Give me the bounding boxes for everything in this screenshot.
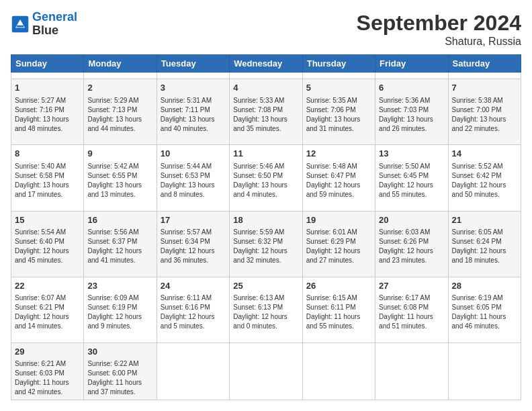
- table-cell-1: 1 Sunrise: 5:27 AMSunset: 7:16 PMDayligh…: [11, 79, 84, 145]
- day-number: 30: [87, 346, 152, 358]
- table-row: 29 Sunrise: 6:21 AMSunset: 6:03 PMDaylig…: [11, 342, 521, 400]
- col-saturday: Saturday: [448, 55, 521, 73]
- day-number: 1: [15, 82, 80, 94]
- table-cell-16: 16 Sunrise: 5:56 AMSunset: 6:37 PMDaylig…: [84, 211, 157, 277]
- day-number: 5: [306, 82, 371, 94]
- table-cell-24: 24 Sunrise: 6:11 AMSunset: 6:16 PMDaylig…: [157, 277, 229, 342]
- day-number: 3: [161, 82, 226, 94]
- day-number: 29: [15, 346, 80, 358]
- day-number: 9: [87, 148, 152, 160]
- header: GeneralBlue September 2024 Shatura, Russ…: [11, 11, 521, 48]
- day-number: 16: [87, 214, 152, 226]
- table-cell-4: 4 Sunrise: 5:33 AMSunset: 7:08 PMDayligh…: [230, 79, 302, 145]
- table-cell-15: 15 Sunrise: 5:54 AMSunset: 6:40 PMDaylig…: [11, 211, 84, 277]
- calendar-header-row: Sunday Monday Tuesday Wednesday Thursday…: [11, 55, 521, 73]
- table-cell-21: 21 Sunrise: 6:05 AMSunset: 6:24 PMDaylig…: [448, 211, 521, 277]
- table-cell-27: 27 Sunrise: 6:17 AMSunset: 6:08 PMDaylig…: [375, 277, 448, 342]
- table-cell-17: 17 Sunrise: 5:57 AMSunset: 6:34 PMDaylig…: [157, 211, 229, 277]
- day-number: 19: [306, 214, 371, 226]
- table-cell-18: 18 Sunrise: 5:59 AMSunset: 6:32 PMDaylig…: [230, 211, 302, 277]
- table-row: [11, 73, 521, 79]
- page: GeneralBlue September 2024 Shatura, Russ…: [0, 0, 532, 411]
- logo-icon: [11, 15, 30, 34]
- table-cell-23: 23 Sunrise: 6:09 AMSunset: 6:19 PMDaylig…: [84, 277, 157, 342]
- table-cell-26: 26 Sunrise: 6:15 AMSunset: 6:11 PMDaylig…: [302, 277, 375, 342]
- table-cell-empty: [375, 342, 448, 400]
- table-cell-29: 29 Sunrise: 6:21 AMSunset: 6:03 PMDaylig…: [11, 342, 84, 400]
- table-row: 1 Sunrise: 5:27 AMSunset: 7:16 PMDayligh…: [11, 79, 521, 145]
- table-cell-empty: [230, 342, 302, 400]
- table-row: 15 Sunrise: 5:54 AMSunset: 6:40 PMDaylig…: [11, 211, 521, 277]
- day-number: 17: [161, 214, 226, 226]
- col-thursday: Thursday: [302, 55, 375, 73]
- table-cell-empty: [302, 73, 375, 79]
- table-cell-empty: [448, 73, 521, 79]
- logo: GeneralBlue: [11, 11, 77, 38]
- table-cell-30: 30 Sunrise: 6:22 AMSunset: 6:00 PMDaylig…: [84, 342, 157, 400]
- col-tuesday: Tuesday: [157, 55, 229, 73]
- table-cell-7: 7 Sunrise: 5:38 AMSunset: 7:00 PMDayligh…: [448, 79, 521, 145]
- day-number: 13: [379, 148, 444, 160]
- logo-text: GeneralBlue: [32, 11, 77, 38]
- day-number: 11: [233, 148, 298, 160]
- location: Shatura, Russia: [357, 36, 521, 48]
- table-cell-3: 3 Sunrise: 5:31 AMSunset: 7:11 PMDayligh…: [157, 79, 229, 145]
- calendar-table: Sunday Monday Tuesday Wednesday Thursday…: [11, 54, 521, 400]
- table-cell-empty: [11, 73, 84, 79]
- col-monday: Monday: [84, 55, 157, 73]
- table-cell-20: 20 Sunrise: 6:03 AMSunset: 6:26 PMDaylig…: [375, 211, 448, 277]
- table-cell-5: 5 Sunrise: 5:35 AMSunset: 7:06 PMDayligh…: [302, 79, 375, 145]
- table-cell-10: 10 Sunrise: 5:44 AMSunset: 6:53 PMDaylig…: [157, 145, 229, 211]
- day-number: 21: [452, 214, 517, 226]
- table-cell-11: 11 Sunrise: 5:46 AMSunset: 6:50 PMDaylig…: [230, 145, 302, 211]
- month-title: September 2024: [357, 11, 521, 36]
- day-number: 15: [15, 214, 80, 226]
- table-cell-empty: [157, 342, 229, 400]
- col-wednesday: Wednesday: [230, 55, 302, 73]
- table-cell-19: 19 Sunrise: 6:01 AMSunset: 6:29 PMDaylig…: [302, 211, 375, 277]
- table-cell-empty: [302, 342, 375, 400]
- table-cell-empty: [448, 342, 521, 400]
- day-number: 25: [233, 280, 298, 292]
- day-number: 27: [379, 280, 444, 292]
- table-cell-22: 22 Sunrise: 6:07 AMSunset: 6:21 PMDaylig…: [11, 277, 84, 342]
- table-row: 22 Sunrise: 6:07 AMSunset: 6:21 PMDaylig…: [11, 277, 521, 342]
- day-number: 10: [161, 148, 226, 160]
- table-cell-empty: [84, 73, 157, 79]
- table-cell-8: 8 Sunrise: 5:40 AMSunset: 6:58 PMDayligh…: [11, 145, 84, 211]
- day-number: 14: [452, 148, 517, 160]
- table-cell-empty: [157, 73, 229, 79]
- table-cell-2: 2 Sunrise: 5:29 AMSunset: 7:13 PMDayligh…: [84, 79, 157, 145]
- table-cell-28: 28 Sunrise: 6:19 AMSunset: 6:05 PMDaylig…: [448, 277, 521, 342]
- day-number: 23: [87, 280, 152, 292]
- table-cell-12: 12 Sunrise: 5:48 AMSunset: 6:47 PMDaylig…: [302, 145, 375, 211]
- col-friday: Friday: [375, 55, 448, 73]
- day-number: 20: [379, 214, 444, 226]
- svg-rect-2: [17, 26, 24, 28]
- table-cell-empty: [230, 73, 302, 79]
- day-number: 7: [452, 82, 517, 94]
- table-cell-6: 6 Sunrise: 5:36 AMSunset: 7:03 PMDayligh…: [375, 79, 448, 145]
- day-number: 18: [233, 214, 298, 226]
- day-number: 6: [379, 82, 444, 94]
- day-number: 26: [306, 280, 371, 292]
- day-number: 22: [15, 280, 80, 292]
- table-row: 8 Sunrise: 5:40 AMSunset: 6:58 PMDayligh…: [11, 145, 521, 211]
- title-block: September 2024 Shatura, Russia: [357, 11, 521, 48]
- table-cell-25: 25 Sunrise: 6:13 AMSunset: 6:13 PMDaylig…: [230, 277, 302, 342]
- col-sunday: Sunday: [11, 55, 84, 73]
- table-cell-empty: [375, 73, 448, 79]
- day-number: 4: [233, 82, 298, 94]
- day-number: 12: [306, 148, 371, 160]
- day-number: 2: [87, 82, 152, 94]
- day-number: 24: [161, 280, 226, 292]
- day-number: 28: [452, 280, 517, 292]
- day-number: 8: [15, 148, 80, 160]
- table-cell-9: 9 Sunrise: 5:42 AMSunset: 6:55 PMDayligh…: [84, 145, 157, 211]
- table-cell-14: 14 Sunrise: 5:52 AMSunset: 6:42 PMDaylig…: [448, 145, 521, 211]
- table-cell-13: 13 Sunrise: 5:50 AMSunset: 6:45 PMDaylig…: [375, 145, 448, 211]
